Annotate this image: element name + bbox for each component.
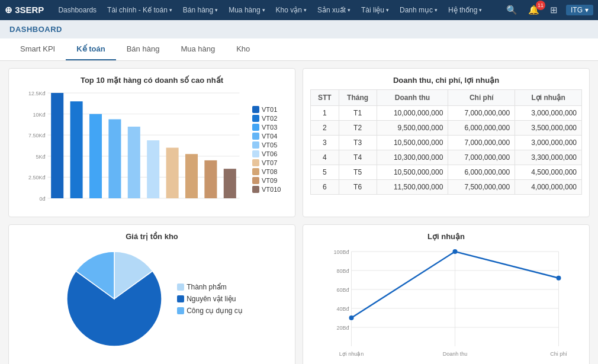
bar-chart-area: 0đ2.50Kđ5Kđ7.50Kđ10Kđ12.5Kđ VT01VT02VT03… — [16, 89, 288, 210]
svg-text:80Bđ: 80Bđ — [336, 268, 349, 274]
nav-item-mua-h-ng[interactable]: Mua hàng ▾ — [224, 0, 269, 20]
table-cell: 4,000,000,000 — [515, 180, 582, 195]
line-chart-card: Lợi nhuận 20Bđ40Bđ60Bđ80Bđ100BđLợi nhuận… — [303, 224, 590, 364]
nav-item-dashboards[interactable]: Dashboards — [53, 0, 101, 20]
legend-item: VT09 — [252, 177, 288, 184]
pie-chart-card: Giá trị tồn kho Thành phẩmNguyên vật liệ… — [8, 224, 295, 364]
table-cell: 10,000,000,000 — [377, 106, 448, 121]
legend-item: VT02 — [252, 115, 288, 122]
svg-text:40Bđ: 40Bđ — [336, 306, 349, 312]
tab-mua-h-ng[interactable]: Mua hàng — [170, 38, 226, 60]
table-header: Doanh thu — [377, 90, 448, 106]
svg-rect-21 — [224, 169, 236, 198]
svg-text:10Kđ: 10Kđ — [33, 112, 45, 118]
table-row: 2T29,500,000,0006,000,000,0003,500,000,0… — [311, 121, 582, 136]
chevron-down-icon: ▾ — [585, 6, 589, 14]
charts-row-2: Giá trị tồn kho Thành phẩmNguyên vật liệ… — [8, 224, 590, 364]
nav-item-t-i-ch-nh---k--to-n[interactable]: Tài chính - Kế toán ▾ — [102, 0, 177, 20]
nav-item-s-n-xu-t[interactable]: Sản xuất ▾ — [313, 0, 355, 20]
tab-k--to-n[interactable]: Kế toán — [66, 38, 115, 60]
tab-b-n-h-ng[interactable]: Bán hàng — [116, 38, 171, 60]
nav-item-b-n-h-ng[interactable]: Bán hàng ▾ — [178, 0, 223, 20]
table-cell: 6,000,000,000 — [448, 121, 515, 136]
brand-icon: ⊕ — [5, 5, 15, 15]
bar-chart-title: Top 10 mặt hàng có doanh số cao nhất — [16, 76, 288, 85]
table-row: 5T510,500,000,0006,000,000,0004,500,000,… — [311, 165, 582, 180]
svg-text:20Bđ: 20Bđ — [336, 325, 349, 331]
chevron-down-icon: ▾ — [348, 7, 351, 13]
table-cell: T2 — [339, 121, 377, 136]
svg-rect-12 — [51, 93, 63, 198]
svg-text:Lợi nhuận: Lợi nhuận — [339, 351, 364, 357]
nav-right: 🔍 🔔 11 ⊞ ITG ▾ — [504, 5, 593, 15]
page-title: DASHBOARD — [0, 20, 598, 38]
user-button[interactable]: ITG ▾ — [566, 5, 593, 15]
bar-chart-card: Top 10 mặt hàng có doanh số cao nhất 0đ2… — [8, 68, 295, 217]
pie-area: Thành phẩmNguyên vật liệuCông cụ dụng cụ — [16, 246, 288, 352]
svg-rect-13 — [70, 101, 83, 198]
table-cell: 7,000,000,000 — [448, 150, 515, 165]
table-cell: 9,500,000,000 — [377, 121, 448, 136]
chevron-down-icon: ▾ — [435, 7, 438, 13]
grid-icon[interactable]: ⊞ — [548, 5, 560, 15]
line-point — [349, 315, 354, 320]
chevron-down-icon: ▾ — [215, 7, 218, 13]
notification-count: 11 — [536, 1, 545, 10]
pie-chart-title: Giá trị tồn kho — [16, 232, 288, 241]
nav-item-t-i-li-u[interactable]: Tài liệu ▾ — [356, 0, 394, 20]
table-cell: 3 — [311, 136, 339, 150]
nav-item-danh-m-c[interactable]: Danh mục ▾ — [395, 0, 442, 20]
legend-item: VT05 — [252, 141, 288, 149]
tab-kho[interactable]: Kho — [226, 38, 261, 60]
table-cell: 3,300,000,000 — [515, 150, 582, 165]
table-cell: 4,500,000,000 — [515, 165, 582, 180]
svg-rect-18 — [166, 148, 179, 198]
table-row: 1T110,000,000,0007,000,000,0003,000,000,… — [311, 106, 582, 121]
pie-legend-item: Công cụ dụng cụ — [177, 307, 243, 315]
bar-chart-legend: VT01VT02VT03VT04VT05VT06VT07VT08VT09VT01… — [252, 89, 288, 210]
table-cell: 5 — [311, 165, 339, 180]
table-cell: T6 — [339, 180, 377, 195]
tabs-bar: Smart KPIKế toánBán hàngMua hàngKho — [0, 38, 598, 61]
line-chart-title: Lợi nhuận — [310, 232, 582, 241]
pie-legend-item: Thành phẩm — [177, 283, 243, 291]
table-header: Chi phí — [448, 90, 515, 106]
main-content: Top 10 mặt hàng có doanh số cao nhất 0đ2… — [0, 61, 598, 364]
table-cell: 4 — [311, 150, 339, 165]
svg-rect-16 — [128, 127, 140, 198]
legend-item: VT03 — [252, 124, 288, 131]
table-cell: 10,300,000,000 — [377, 150, 448, 165]
table-cell: T3 — [339, 136, 377, 150]
table-cell: 7,500,000,000 — [448, 180, 515, 195]
svg-text:2.50Kđ: 2.50Kđ — [28, 175, 46, 181]
table-cell: 7,000,000,000 — [448, 136, 515, 150]
svg-rect-14 — [89, 114, 102, 198]
nav-item-h--th-ng[interactable]: Hệ thống ▾ — [443, 0, 487, 20]
notification-bell[interactable]: 🔔 11 — [526, 5, 542, 15]
chevron-down-icon: ▾ — [169, 7, 172, 13]
legend-item: VT08 — [252, 168, 288, 175]
table-cell: 11,500,000,000 — [377, 180, 448, 195]
pie-legend-item: Nguyên vật liệu — [177, 295, 243, 303]
revenue-table-card: Doanh thu, chi phí, lợi nhuận STTThángDo… — [303, 68, 590, 217]
svg-text:0đ: 0đ — [39, 196, 45, 202]
table-cell: 7,000,000,000 — [448, 106, 515, 121]
legend-item: VT010 — [252, 186, 288, 193]
search-icon[interactable]: 🔍 — [504, 5, 520, 15]
tab-smart-kpi[interactable]: Smart KPI — [9, 38, 66, 60]
table-cell: 10,500,000,000 — [377, 136, 448, 150]
svg-text:Chi phí: Chi phí — [550, 351, 567, 357]
charts-row-1: Top 10 mặt hàng có doanh số cao nhất 0đ2… — [8, 68, 590, 217]
navbar: ⊕ 3SERP DashboardsTài chính - Kế toán ▾B… — [0, 0, 598, 20]
table-cell: 10,500,000,000 — [377, 165, 448, 180]
svg-rect-19 — [185, 154, 198, 198]
bar-chart-main: 0đ2.50Kđ5Kđ7.50Kđ10Kđ12.5Kđ — [16, 89, 247, 210]
svg-rect-20 — [204, 160, 217, 198]
chevron-down-icon: ▾ — [386, 7, 389, 13]
line-point — [453, 249, 458, 254]
revenue-table: STTThángDoanh thuChi phíLợi nhuận1T110,0… — [310, 89, 582, 195]
line-point — [557, 276, 561, 281]
nav-item-kho-v-n[interactable]: Kho vận ▾ — [271, 0, 311, 20]
chevron-down-icon: ▾ — [479, 7, 482, 13]
brand-logo[interactable]: ⊕ 3SERP — [5, 5, 44, 15]
